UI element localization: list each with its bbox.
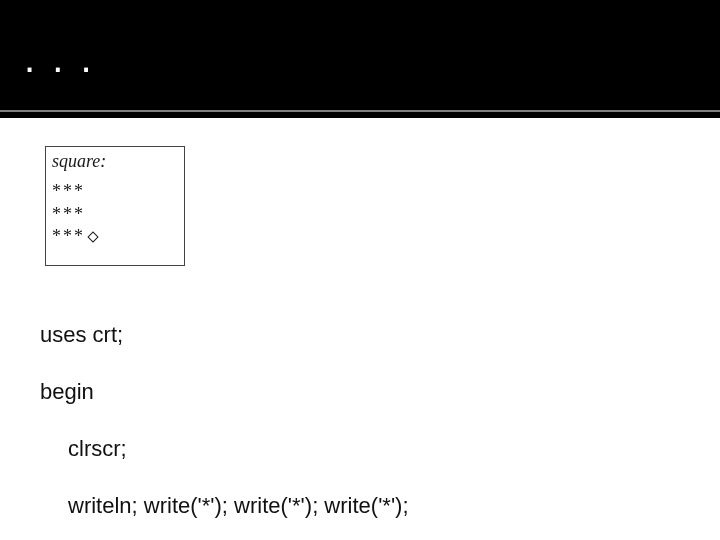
- slide-header: . . .: [0, 0, 720, 118]
- cursor-diamond-icon: [87, 231, 100, 244]
- output-row-1: ***: [52, 180, 178, 203]
- output-label: square:: [52, 151, 178, 172]
- code-line-2: begin: [40, 378, 409, 407]
- output-row-3: ***: [52, 225, 178, 248]
- output-row-2: ***: [52, 203, 178, 226]
- code-line-4: writeln; write('*'); write('*'); write('…: [40, 492, 409, 521]
- code-line-3: clrscr;: [40, 435, 409, 464]
- code-line-1: uses crt;: [40, 321, 409, 350]
- slide-title: . . .: [24, 36, 95, 81]
- output-row-3-text: ***: [52, 225, 85, 248]
- code-listing: uses crt; begin clrscr; writeln; write('…: [40, 292, 409, 540]
- program-output-box: square: *** *** ***: [45, 146, 185, 266]
- header-rule: [0, 110, 720, 112]
